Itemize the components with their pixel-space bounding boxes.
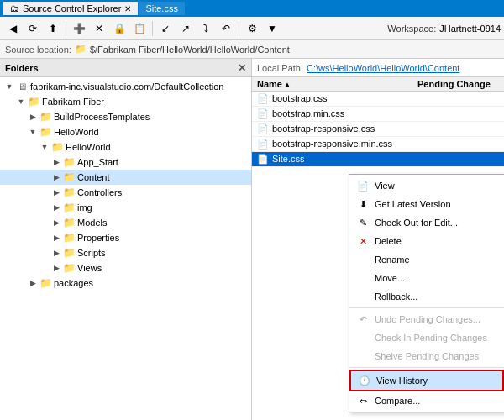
css-file-icon: 📄: [257, 108, 269, 119]
tree-label-helloworld-outer: HelloWorld: [54, 125, 99, 139]
col-pending-change[interactable]: Pending Change: [412, 77, 504, 92]
tree-label-fabrikam: Fabrikam Fiber: [42, 95, 104, 108]
shelve-icon: [356, 349, 370, 363]
toggle-content[interactable]: ▶: [50, 171, 62, 184]
folders-panel-close[interactable]: ✕: [238, 62, 246, 74]
toolbar-btn-checkout[interactable]: ↗: [176, 19, 195, 38]
folder-icon-buildtemplates: 📁: [39, 110, 52, 123]
folders-panel: Folders ✕ ▼ 🖥 fabrikam-inc.visualstudio.…: [0, 59, 252, 420]
toolbar-btn-compare[interactable]: ⚙: [243, 19, 261, 38]
folder-icon-models: 📁: [62, 216, 76, 229]
context-menu-check-in-label: Check In Pending Changes: [375, 333, 487, 343]
table-row[interactable]: 📄bootstrap-responsive.min.css: [252, 137, 504, 152]
view-history-icon: 🕐: [358, 374, 371, 387]
context-menu-get-latest[interactable]: ⬇ Get Latest Version: [349, 195, 504, 213]
col-name[interactable]: Name ▲: [252, 77, 412, 92]
context-menu-view[interactable]: 📄 View: [349, 176, 504, 195]
toolbar-btn-up[interactable]: ⬆: [44, 19, 62, 38]
toggle-fabrikam[interactable]: ▼: [15, 95, 27, 108]
toggle-views[interactable]: ▶: [50, 261, 62, 275]
toggle-scripts[interactable]: ▶: [50, 246, 62, 260]
context-menu-move[interactable]: Move...: [349, 269, 504, 287]
local-path-value[interactable]: C:\ws\HelloWorld\HelloWorld\Content: [307, 63, 459, 73]
tab-source-control-label: Source Control Explorer: [23, 3, 121, 13]
toolbar-btn-lock[interactable]: 🔒: [110, 19, 129, 38]
context-menu-move-label: Move...: [375, 273, 405, 283]
toolbar-btn-back[interactable]: ◀: [3, 19, 22, 38]
toggle-helloworld-outer[interactable]: ▼: [27, 125, 39, 139]
toolbar-btn-clipboard[interactable]: 📋: [130, 19, 149, 38]
table-row[interactable]: 📄bootstrap.css: [252, 92, 504, 107]
tree-item-helloworld-inner[interactable]: ▼ 📁 HelloWorld: [0, 139, 251, 155]
tree-item-scripts[interactable]: ▶ 📁 Scripts: [0, 245, 251, 260]
context-menu-sep-1: [349, 307, 504, 308]
tree-item-buildtemplates[interactable]: ▶ 📁 BuildProcessTemplates: [0, 109, 251, 124]
context-menu-view-label: View: [375, 181, 395, 191]
tree-label-scripts: Scripts: [77, 246, 106, 260]
toolbar-btn-get[interactable]: ↙: [156, 19, 175, 38]
rename-icon: [356, 253, 370, 266]
tab-close-button[interactable]: ✕: [124, 4, 131, 13]
tree-item-content[interactable]: ▶ 📁 Content: [0, 170, 251, 185]
toggle-img[interactable]: ▶: [50, 201, 62, 214]
toolbar-btn-delete[interactable]: ✕: [90, 19, 108, 38]
toggle-buildtemplates[interactable]: ▶: [27, 110, 39, 123]
check-out-icon: ✎: [356, 216, 370, 229]
get-latest-icon: ⬇: [356, 197, 370, 211]
context-menu-compare-label: Compare...: [375, 396, 420, 406]
tree-item-helloworld-outer[interactable]: ▼ 📁 HelloWorld: [0, 124, 251, 139]
folder-icon-content: 📁: [62, 171, 76, 184]
toolbar-btn-undo[interactable]: ↶: [217, 19, 235, 38]
context-menu-view-history-label: View History: [376, 375, 428, 386]
tree-item-properties[interactable]: ▶ 📁 Properties: [0, 230, 251, 245]
tree-item-fabrikam[interactable]: ▼ 📁 Fabrikam Fiber: [0, 94, 251, 109]
toolbar-btn-refresh[interactable]: ⟳: [24, 19, 42, 38]
folders-panel-title: Folders: [5, 63, 39, 73]
tree-item-img[interactable]: ▶ 📁 img: [0, 200, 251, 215]
tree-item-models[interactable]: ▶ 📁 Models: [0, 215, 251, 230]
workspace-section: Workspace: JHartnett-0914: [387, 24, 501, 34]
toolbar-btn-add[interactable]: ➕: [70, 19, 88, 38]
toolbar-btn-checkin[interactable]: ⤵: [197, 19, 215, 38]
table-row[interactable]: 📄Site.css: [252, 152, 504, 167]
toggle-helloworld-inner[interactable]: ▼: [39, 140, 50, 154]
context-menu-delete[interactable]: ✕ Delete: [349, 232, 504, 250]
table-row[interactable]: 📄bootstrap-responsive.css: [252, 122, 504, 137]
context-menu-shelve: Shelve Pending Changes: [349, 347, 504, 365]
workspace-label-text: Workspace:: [387, 24, 436, 34]
table-row[interactable]: 📄bootstrap.min.css: [252, 107, 504, 122]
folder-icon-scripts: 📁: [62, 246, 76, 260]
check-in-icon: [356, 331, 370, 344]
tree-item-collection[interactable]: ▼ 🖥 fabrikam-inc.visualstudio.com/Defaul…: [0, 79, 251, 94]
context-menu-view-history[interactable]: 🕐 View History: [349, 370, 504, 391]
local-path-bar: Local Path: C:\ws\HelloWorld\HelloWorld\…: [252, 59, 504, 77]
folder-icon-views: 📁: [62, 261, 76, 275]
tree-item-app-start[interactable]: ▶ 📁 App_Start: [0, 155, 251, 170]
toolbar-btn-dropdown[interactable]: ▼: [263, 19, 281, 38]
css-file-icon: 📄: [257, 154, 269, 165]
folder-icon-controllers: 📁: [62, 186, 76, 199]
toggle-models[interactable]: ▶: [50, 216, 62, 229]
toggle-properties[interactable]: ▶: [50, 231, 62, 244]
toggle-app-start[interactable]: ▶: [50, 155, 62, 169]
folder-icon-helloworld-inner: 📁: [50, 140, 64, 154]
toggle-controllers[interactable]: ▶: [50, 186, 62, 199]
toggle-packages[interactable]: ▶: [27, 276, 39, 290]
main-content: Folders ✕ ▼ 🖥 fabrikam-inc.visualstudio.…: [0, 59, 504, 420]
css-file-icon: 📄: [257, 123, 269, 134]
context-menu-delete-label: Delete: [375, 236, 402, 246]
tab-site-css[interactable]: Site.css: [139, 2, 186, 15]
context-menu-rename[interactable]: Rename: [349, 250, 504, 269]
context-menu-compare[interactable]: ⇔ Compare...: [349, 391, 504, 410]
view-icon: 📄: [356, 179, 370, 192]
tab-source-control-explorer[interactable]: 🗂 Source Control Explorer ✕: [3, 2, 139, 15]
tree-item-views[interactable]: ▶ 📁 Views: [0, 260, 251, 276]
tree-item-packages[interactable]: ▶ 📁 packages: [0, 276, 251, 291]
context-menu-check-out[interactable]: ✎ Check Out for Edit...: [349, 213, 504, 232]
toggle-collection[interactable]: ▼: [3, 80, 15, 93]
source-control-icon: 🗂: [10, 3, 19, 13]
context-menu-undo: ↶ Undo Pending Changes...: [349, 310, 504, 328]
folders-panel-header: Folders ✕: [0, 59, 251, 77]
context-menu-rollback[interactable]: Rollback...: [349, 287, 504, 306]
tree-item-controllers[interactable]: ▶ 📁 Controllers: [0, 185, 251, 200]
